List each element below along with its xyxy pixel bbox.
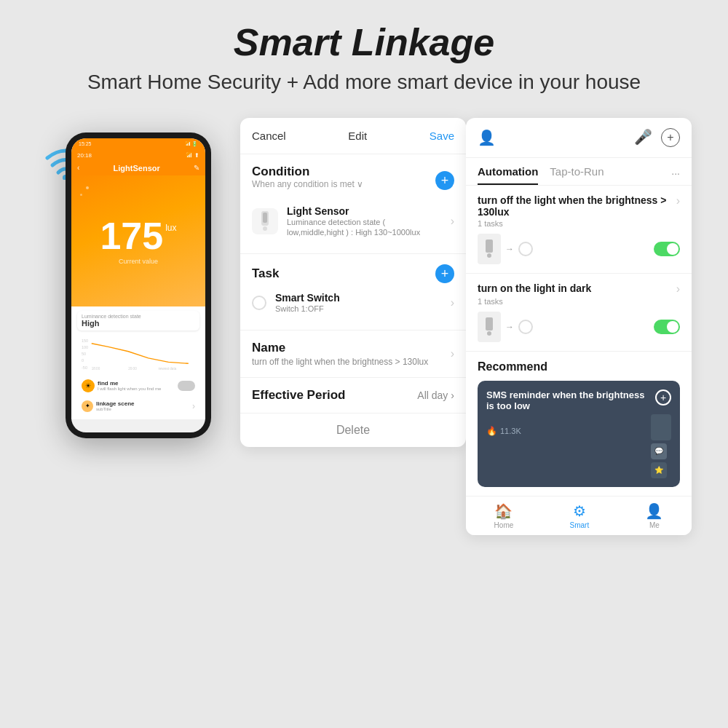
rec-icon-1 (651, 414, 671, 440)
phone-section: 15:25 📶🔋 20:18 📶 ⬆ ‹ LightSensor ✎ (36, 118, 240, 438)
current-label: Current value (119, 258, 158, 265)
condition-section: Condition When any condition is met ∨ + … (240, 154, 466, 255)
recommend-add-button[interactable]: + (655, 389, 671, 405)
delete-button[interactable]: Delete (336, 424, 370, 437)
find-me-info: find me I will flash light when you find… (98, 380, 161, 391)
recommend-count-row: 🔥 11.3K (486, 426, 651, 436)
svg-text:-50: -50 (82, 365, 87, 369)
name-info: Name turn off the light when the brightn… (252, 341, 428, 367)
condition-item[interactable]: Light Sensor Luminance detection state (… (252, 199, 454, 244)
save-button[interactable]: Save (430, 130, 454, 142)
tab-tap-to-run[interactable]: Tap-to-Run (550, 165, 604, 185)
condition-header: Condition When any condition is met ∨ + (252, 165, 454, 197)
recommend-card-text: SMS reminder when the brightness is too … (486, 389, 651, 411)
automation-1-toggle[interactable] (654, 242, 680, 256)
recommend-card[interactable]: SMS reminder when the brightness is too … (478, 381, 680, 487)
me-icon: 👤 (645, 502, 663, 520)
recommend-card-left: SMS reminder when the brightness is too … (486, 389, 651, 436)
automation-1-chevron: › (676, 194, 680, 207)
linkage-chevron: › (192, 401, 195, 411)
detection-box: Luminance detection state High (77, 311, 199, 331)
task-circle (252, 296, 266, 310)
flow-arrow-2: → (505, 322, 514, 332)
add-condition-button[interactable]: + (435, 171, 454, 190)
device-box-2 (478, 312, 501, 342)
dot-2 (80, 194, 82, 196)
condition-subtitle: When any condition is met ∨ (252, 179, 363, 189)
tab-automation[interactable]: Automation (478, 165, 538, 185)
effective-value: All day (417, 389, 448, 401)
flow-arrow-1: → (505, 244, 514, 254)
automation-2-toggle[interactable] (654, 320, 680, 334)
main-content: 15:25 📶🔋 20:18 📶 ⬆ ‹ LightSensor ✎ (0, 118, 728, 535)
profile-icon[interactable]: 👤 (478, 129, 496, 146)
svg-point-13 (487, 253, 491, 258)
device-box-1 (478, 234, 501, 264)
linkage-info: linkage scene subTitle (96, 400, 134, 411)
name-value: turn off the light when the brightness >… (252, 357, 428, 367)
task-title: Task (252, 266, 280, 281)
right-tabs: Automation Tap-to-Run ... (466, 158, 692, 186)
svg-text:20:00: 20:00 (128, 366, 137, 370)
smart-label: Smart (569, 521, 589, 529)
add-task-button[interactable]: + (435, 264, 454, 283)
automation-item-1[interactable]: turn off the light when the brightness >… (466, 186, 692, 274)
phone-app-title: LightSensor (114, 164, 160, 173)
nav-me[interactable]: 👤 Me (645, 502, 663, 529)
task-chevron: › (451, 296, 454, 309)
sensor-desc: Luminance detection state ( low,middle,h… (287, 217, 442, 238)
bottom-nav: 🏠 Home ⚙ Smart 👤 Me (466, 496, 692, 535)
more-button[interactable]: ... (671, 165, 680, 185)
effective-period-row[interactable]: Effective Period All day › (240, 378, 466, 414)
automation-1-title: turn off the light when the brightness >… (478, 194, 680, 218)
panel-header: Cancel Edit Save (240, 118, 466, 154)
task-device-desc: Switch 1:OFF (275, 304, 442, 314)
add-icon[interactable]: + (661, 128, 680, 147)
phone-screen: 15:25 📶🔋 20:18 📶 ⬆ ‹ LightSensor ✎ (71, 138, 205, 432)
task-item[interactable]: Smart Switch Switch 1:OFF › (252, 286, 454, 320)
name-label: Name (252, 341, 428, 355)
sensor-name: Light Sensor (287, 205, 442, 217)
status-bar: 15:25 📶🔋 (71, 138, 205, 150)
task-device-name: Smart Switch (275, 292, 442, 304)
edit-icon[interactable]: ✎ (194, 164, 199, 172)
nav-smart[interactable]: ⚙ Smart (569, 502, 589, 529)
home-icon: 🏠 (494, 502, 513, 520)
name-row[interactable]: Name turn off the light when the brightn… (240, 331, 466, 378)
automation-1-controls: → (478, 234, 680, 264)
task-header: Task + (252, 264, 454, 283)
automation-2-name: turn on the light in dark (478, 282, 676, 294)
find-me-toggle[interactable] (178, 381, 195, 391)
title-bar: ‹ LightSensor ✎ (71, 161, 205, 175)
page-title: Smart Linkage (87, 22, 641, 63)
me-label: Me (649, 521, 660, 529)
phone-device: 15:25 📶🔋 20:18 📶 ⬆ ‹ LightSensor ✎ (66, 132, 211, 438)
device-flow-1: → (478, 234, 533, 264)
home-label: Home (494, 521, 514, 529)
fire-icon: 🔥 (486, 426, 497, 436)
right-header: 👤 🎤 + (466, 118, 692, 158)
nav-home[interactable]: 🏠 Home (494, 502, 514, 529)
phone-info-section: Luminance detection state High 150 100 5… (71, 306, 205, 419)
automation-2-title: turn on the light in dark › (478, 282, 680, 296)
status-icons: 📶🔋 (185, 141, 198, 147)
find-me-left: ☀ find me I will flash light when you fi… (82, 379, 161, 392)
mic-icon[interactable]: 🎤 (634, 128, 652, 147)
sensor-icon (252, 208, 278, 234)
svg-text:100: 100 (82, 345, 88, 349)
svg-point-15 (487, 331, 491, 336)
lux-number: 175 (100, 217, 163, 255)
find-me-row: ☀ find me I will flash light when you fi… (77, 376, 199, 395)
effective-chevron: › (451, 389, 454, 401)
linkage-left: ✦ linkage scene subTitle (82, 400, 134, 412)
right-panel: 👤 🎤 + Automation Tap-to-Run ... turn off… (466, 118, 692, 535)
cancel-button[interactable]: Cancel (252, 130, 286, 142)
chart-area: 150 100 50 0 -50 18:00 20:00 newest data (77, 333, 199, 373)
page-header: Smart Linkage Smart Home Security + Add … (73, 0, 655, 111)
back-arrow[interactable]: ‹ (77, 164, 79, 172)
rec-icon-2: 💬 (651, 443, 667, 459)
sun-icon: ☀ (82, 379, 95, 392)
linkage-row[interactable]: ✦ linkage scene subTitle › (77, 397, 199, 415)
smart-icon: ⚙ (573, 502, 586, 520)
automation-item-2[interactable]: turn on the light in dark › 1 tasks → (466, 274, 692, 352)
